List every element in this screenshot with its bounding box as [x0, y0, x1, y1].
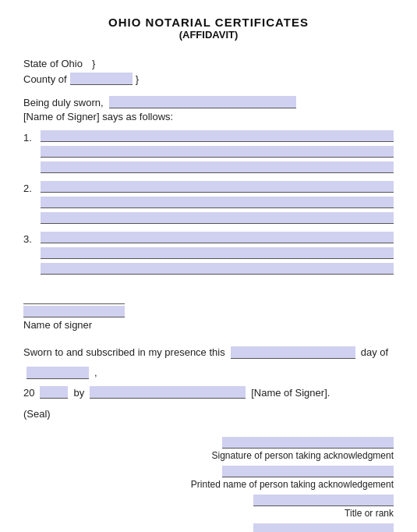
state-line: State of Ohio } — [23, 58, 394, 69]
numbered-section: 1. 2. 3. — [23, 130, 394, 275]
item-2-lines — [41, 181, 394, 224]
sworn-month-fill[interactable] — [27, 367, 89, 379]
printed-name-label: Printed name of person taking acknowledg… — [191, 479, 394, 490]
signature-section: Name of signer — [23, 289, 394, 331]
sig-acknowledgment-row: Signature of person taking acknowledgmen… — [23, 437, 394, 461]
county-line: County of } — [23, 73, 394, 85]
item-1-line3[interactable] — [41, 161, 394, 173]
state-brace: } — [92, 58, 95, 69]
signer-name-fill[interactable] — [109, 96, 296, 108]
printed-name-row: Printed name of person taking acknowledg… — [23, 466, 394, 490]
state-label: State of Ohio — [23, 58, 83, 69]
seal-label: (Seal) — [23, 408, 51, 420]
sworn-row1: Sworn to and subscribed in my presence t… — [23, 343, 394, 382]
state-county-section: State of Ohio } County of } — [23, 58, 394, 85]
item-3-line2[interactable] — [41, 247, 394, 259]
seal-section: (Seal) — [23, 408, 394, 420]
signature-fill[interactable] — [23, 306, 125, 317]
sworn-text2: [Name of Signer] says as follows: — [23, 111, 173, 122]
sworn-to-text3: , — [94, 364, 97, 381]
printed-name-fill[interactable] — [222, 466, 394, 477]
name-of-signer-label: Name of signer — [23, 319, 92, 331]
serial-number-fill[interactable] — [253, 523, 394, 532]
sworn-intro: Being duly sworn, [Name of Signer] says … — [23, 96, 394, 122]
item-2: 2. — [23, 181, 394, 224]
item-1: 1. — [23, 130, 394, 173]
sworn-to-section: Sworn to and subscribed in my presence t… — [23, 343, 394, 402]
item-1-num: 1. — [23, 130, 41, 144]
title-rank-row: Title or rank — [23, 495, 394, 519]
title-line1: OHIO NOTARIAL CERTIFICATES — [23, 16, 394, 29]
item-3-num: 3. — [23, 232, 41, 245]
right-block: Signature of person taking acknowledgmen… — [23, 437, 394, 532]
sig-acknowledgment-fill[interactable] — [222, 437, 394, 449]
sig-acknowledgment-label: Signature of person taking acknowledgmen… — [212, 450, 394, 461]
item-1-lines — [41, 130, 394, 173]
sworn-row2: 20 by [Name of Signer]. — [23, 384, 394, 402]
sworn-year-fill[interactable] — [40, 386, 68, 399]
county-fill[interactable] — [70, 73, 133, 85]
sworn-to-text4: 20 — [23, 384, 34, 402]
item-2-num: 2. — [23, 181, 41, 194]
sworn-day-fill[interactable] — [231, 346, 355, 359]
title-line2: (AFFIDAVIT) — [23, 29, 394, 41]
item-2-line3[interactable] — [41, 212, 394, 224]
item-2-line2[interactable] — [41, 197, 394, 208]
title-rank-label: Title or rank — [345, 508, 394, 519]
item-3-line1[interactable] — [41, 232, 394, 243]
item-3-line3[interactable] — [41, 263, 394, 275]
sworn-to-text1: Sworn to and subscribed in my presence t… — [23, 343, 225, 361]
item-1-line2[interactable] — [41, 146, 394, 158]
sworn-to-text6: [Name of Signer]. — [251, 384, 330, 402]
item-3-lines — [41, 232, 394, 275]
sworn-to-text5: by — [73, 384, 84, 402]
county-brace: } — [136, 73, 139, 85]
item-2-line1[interactable] — [41, 181, 394, 193]
item-3: 3. — [23, 232, 394, 275]
title-rank-fill[interactable] — [253, 495, 394, 506]
sworn-text1: Being duly sworn, — [23, 97, 104, 108]
sworn-by-fill[interactable] — [90, 386, 246, 399]
document-title: OHIO NOTARIAL CERTIFICATES (AFFIDAVIT) — [23, 16, 394, 41]
serial-number-row: Serial number, if any — [23, 523, 394, 532]
item-1-line1[interactable] — [41, 130, 394, 142]
signature-line — [23, 289, 125, 304]
sworn-to-text2: day of — [361, 343, 388, 361]
county-label: County of — [23, 73, 67, 85]
